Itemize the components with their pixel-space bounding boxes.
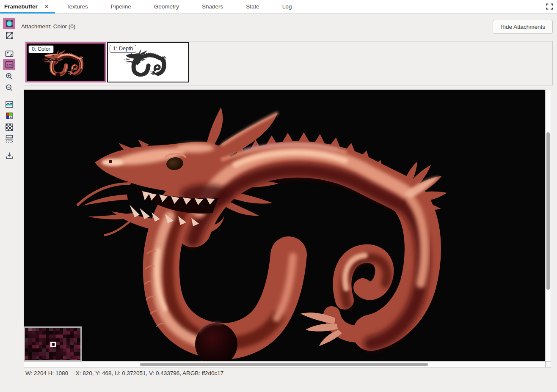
tab-label: Geometry	[154, 3, 179, 10]
framebuffer-viewport[interactable]	[24, 90, 545, 361]
magnified-pixel	[25, 352, 28, 355]
magnified-pixel	[25, 331, 28, 334]
magnified-pixel	[74, 348, 77, 352]
tab-shaders[interactable]: Shaders	[190, 0, 234, 13]
value-range-icon[interactable]	[3, 133, 15, 144]
zoom-in-icon[interactable]	[3, 71, 15, 82]
attachment-color-thumbnail[interactable]: 0: Color	[25, 42, 106, 82]
vertical-scrollbar[interactable]	[545, 90, 551, 361]
magnified-pixel	[25, 345, 28, 348]
magnified-pixel	[77, 356, 80, 359]
magnified-pixel	[32, 352, 35, 355]
magnified-pixel	[25, 338, 28, 342]
magnified-pixel	[42, 352, 46, 355]
magnified-pixel	[70, 348, 73, 352]
fullscreen-icon[interactable]	[546, 3, 553, 10]
magnified-pixel	[60, 334, 63, 338]
vertical-scrollbar-thumb[interactable]	[546, 132, 550, 290]
crossed-square-icon[interactable]	[3, 30, 15, 41]
magnified-pixel	[60, 338, 63, 342]
magnified-pixel	[46, 338, 49, 342]
tab-textures[interactable]: Textures	[55, 0, 99, 13]
magnified-pixel	[46, 359, 49, 362]
magnified-pixel	[60, 328, 63, 331]
magnified-pixel	[63, 328, 66, 331]
magnified-pixel	[42, 359, 46, 362]
hide-attachments-button[interactable]: Hide Attachments	[493, 20, 553, 34]
filled-square-glyph	[5, 19, 14, 28]
magnified-pixel	[74, 338, 77, 342]
tab-label: Framebuffer	[4, 3, 38, 10]
rgba-channels-icon[interactable]: A	[3, 110, 15, 121]
magnified-pixel	[63, 345, 66, 348]
magnified-pixel	[77, 348, 80, 352]
magnified-pixel	[32, 331, 35, 334]
svg-text:A: A	[10, 116, 12, 119]
alpha-checkerboard-icon[interactable]	[3, 121, 15, 133]
horizontal-scrollbar-thumb[interactable]	[140, 363, 428, 366]
magnified-pixel	[77, 331, 80, 334]
close-icon[interactable]: ✕	[44, 4, 49, 9]
magnified-pixel	[70, 359, 73, 362]
magnified-pixel	[60, 359, 63, 362]
magnified-pixel	[28, 348, 32, 352]
tab-log[interactable]: Log	[271, 0, 303, 13]
magnified-pixel	[36, 356, 39, 359]
magnified-pixel	[56, 348, 60, 352]
magnified-pixel	[28, 328, 32, 331]
magnified-pixel	[77, 338, 80, 342]
magnified-pixel	[25, 328, 28, 331]
magnified-pixel	[28, 356, 32, 359]
toolbar: Attachment: Color (0) Hide Attachments	[0, 13, 557, 41]
actual-size-glyph: 1:1	[5, 60, 14, 69]
magnified-pixel	[42, 334, 46, 338]
magnified-pixel	[42, 338, 46, 342]
magnified-pixel	[74, 328, 77, 331]
magnified-pixel	[39, 356, 42, 359]
horizontal-scrollbar[interactable]	[24, 361, 546, 367]
magnified-pixel	[28, 342, 32, 345]
magnified-pixel	[28, 331, 32, 334]
tab-framebuffer[interactable]: Framebuffer ✕	[0, 0, 55, 13]
attachment-chip: 0: Color	[28, 45, 54, 53]
magnified-pixel	[49, 352, 52, 355]
fit-to-window-icon[interactable]	[3, 48, 15, 59]
magnified-pixel	[63, 334, 66, 338]
magnified-pixel	[53, 331, 56, 334]
save-image-icon[interactable]	[3, 150, 15, 161]
attachment-depth-thumbnail[interactable]: 1: Depth	[107, 42, 189, 82]
magnified-pixel	[70, 345, 73, 348]
magnified-pixel	[25, 334, 28, 338]
magnified-pixel	[77, 328, 80, 331]
actual-size-icon[interactable]: 1:1	[3, 59, 15, 70]
magnified-pixel	[63, 356, 66, 359]
image-view-glyph	[5, 100, 14, 109]
magnified-pixel	[32, 356, 35, 359]
magnified-pixel	[49, 331, 52, 334]
tab-state[interactable]: State	[234, 0, 271, 13]
magnified-pixel	[49, 348, 52, 352]
magnified-pixel	[49, 359, 52, 362]
magnified-pixel	[39, 345, 42, 348]
magnified-pixel	[39, 334, 42, 338]
magnified-pixel	[36, 359, 39, 362]
tab-label: Textures	[66, 3, 88, 10]
magnified-pixel	[49, 356, 52, 359]
tab-label: Log	[282, 3, 292, 10]
tab-pipeline[interactable]: Pipeline	[99, 0, 143, 13]
tab-geometry[interactable]: Geometry	[143, 0, 190, 13]
magnified-pixel	[74, 334, 77, 338]
filled-square-icon[interactable]	[3, 18, 15, 29]
magnified-pixel	[60, 348, 63, 352]
zoom-out-icon[interactable]	[3, 82, 15, 93]
tab-label: Pipeline	[111, 3, 131, 10]
magnified-pixel	[70, 356, 73, 359]
magnified-pixel	[77, 359, 80, 362]
magnified-pixel	[66, 352, 70, 355]
magnified-pixel	[49, 338, 52, 342]
magnified-pixel	[42, 345, 46, 348]
magnified-pixel	[32, 359, 35, 362]
image-view-icon[interactable]	[3, 99, 15, 110]
magnified-pixel	[74, 356, 77, 359]
magnified-pixel	[28, 338, 32, 342]
